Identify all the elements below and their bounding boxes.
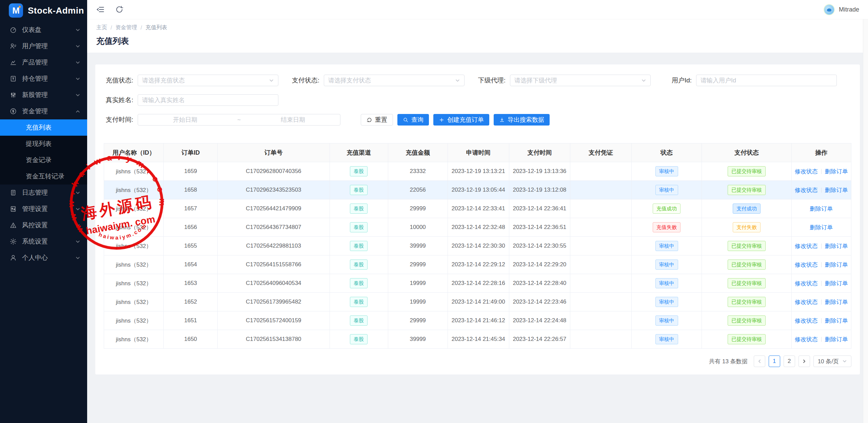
scrollbar[interactable] <box>863 19 868 423</box>
table-row: jishns（532）1651C1702561572400159 泰股 2999… <box>104 311 851 330</box>
sidebar-item-profile[interactable]: 个人中心 <box>0 250 87 266</box>
sidebar-item-logs[interactable]: 日志管理 <box>0 185 87 201</box>
chevron-left-icon <box>757 359 762 364</box>
pay-status-badge: 已提交待审核 <box>728 297 766 307</box>
reset-button[interactable]: 重置 <box>361 114 393 126</box>
chevron-down-icon <box>75 93 80 98</box>
person-icon <box>9 254 17 262</box>
breadcrumb-funds[interactable]: 资金管理 <box>115 24 137 31</box>
table-row: jishns（532）1655C1702564229881103 泰股 3999… <box>104 237 851 255</box>
channel-badge: 泰股 <box>350 166 368 176</box>
delete-order-link[interactable]: 删除订单 <box>825 299 848 305</box>
delete-order-link[interactable]: 删除订单 <box>825 336 848 343</box>
admin-settings-icon <box>9 205 17 213</box>
search-button[interactable]: 查询 <box>397 114 429 126</box>
pay-time-range-picker[interactable]: 开始日期 ~ 结束日期 <box>138 114 340 126</box>
filter-label: 支付状态: <box>290 76 324 85</box>
delete-order-link[interactable]: 删除订单 <box>825 243 848 249</box>
modify-status-link[interactable]: 修改状态 <box>795 262 818 268</box>
channel-badge: 泰股 <box>350 222 368 232</box>
filter-pay-status: 支付状态: 请选择支付状态 <box>290 75 476 86</box>
reset-icon <box>367 117 372 123</box>
breadcrumb-separator: / <box>140 25 142 31</box>
filter-label: 下级代理: <box>476 76 510 85</box>
logs-icon <box>9 189 17 196</box>
delete-order-link[interactable]: 删除订单 <box>825 262 848 268</box>
delete-order-link[interactable]: 删除订单 <box>825 168 848 175</box>
modify-status-link[interactable]: 修改状态 <box>795 243 818 249</box>
export-button[interactable]: 导出搜索数据 <box>494 114 550 126</box>
sidebar-item-admin-settings[interactable]: 管理设置 <box>0 201 87 217</box>
modify-status-link[interactable]: 修改状态 <box>795 318 818 324</box>
delete-order-link[interactable]: 删除订单 <box>810 206 833 212</box>
sidebar-item-withdraw-list[interactable]: 提现列表 <box>0 136 87 152</box>
app-title: Stock-Admin <box>28 5 84 16</box>
user-id-input[interactable] <box>696 75 837 86</box>
recharge-status-select[interactable]: 请选择充值状态 <box>138 75 278 86</box>
pagination-total: 共有 13 条数据 <box>709 358 747 365</box>
col-actions: 操作 <box>791 143 851 162</box>
delete-order-link[interactable]: 删除订单 <box>825 318 848 324</box>
page-button-2[interactable]: 2 <box>784 355 795 367</box>
sidebar-item-risk-settings[interactable]: 风控设置 <box>0 217 87 233</box>
filter-label: 用户Id: <box>662 76 696 85</box>
modify-status-link[interactable]: 修改状态 <box>795 187 818 193</box>
channel-badge: 泰股 <box>350 185 368 195</box>
modify-status-link[interactable]: 修改状态 <box>795 336 818 343</box>
page-button-1[interactable]: 1 <box>769 355 780 367</box>
recharge-card: 充值状态: 请选择充值状态 支付状态: 请选择支付状态 <box>95 64 860 374</box>
delete-order-link[interactable]: 删除订单 <box>825 187 848 193</box>
users-icon <box>9 42 17 50</box>
modify-status-link[interactable]: 修改状态 <box>795 168 818 175</box>
sidebar-item-transfer-records[interactable]: 资金互转记录 <box>0 168 87 185</box>
modify-status-link[interactable]: 修改状态 <box>795 299 818 305</box>
main-area: Mitrade 主页 / 资金管理 / 充值列表 充值列表 充值状态: <box>87 0 868 423</box>
page-size-select[interactable]: 10 条/页 <box>813 355 851 367</box>
recharge-table: 用户名称（ID） 订单ID 订单号 充值渠道 充值金额 申请时间 支付时间 支付… <box>104 143 851 349</box>
modify-status-link[interactable]: 修改状态 <box>795 280 818 287</box>
channel-badge: 泰股 <box>350 334 368 344</box>
prev-page-button[interactable] <box>754 355 765 367</box>
chevron-down-icon <box>455 78 460 83</box>
channel-badge: 泰股 <box>350 297 368 307</box>
col-amount: 充值金额 <box>388 143 448 162</box>
next-page-button[interactable] <box>798 355 810 367</box>
table-row: jishns（532）1653C1702564096040534 泰股 1999… <box>104 274 851 293</box>
refresh-icon[interactable] <box>115 5 124 14</box>
menu-fold-icon[interactable] <box>96 5 105 14</box>
pay-status-badge: 已提交待审核 <box>728 315 766 326</box>
logo-dot <box>19 6 21 8</box>
user-menu[interactable]: Mitrade <box>824 4 859 15</box>
real-name-input[interactable] <box>138 94 278 106</box>
sidebar-item-dashboard[interactable]: 仪表盘 <box>0 22 87 38</box>
sidebar-item-funds[interactable]: 资金管理 <box>0 103 87 119</box>
sidebar-item-users[interactable]: 用户管理 <box>0 38 87 54</box>
status-badge: 审核中 <box>655 166 678 176</box>
sidebar-item-positions[interactable]: 持仓管理 <box>0 71 87 87</box>
toolbar: 重置 查询 创建充值订单 导出搜索数据 <box>361 114 550 126</box>
funds-submenu: 充值列表 提现列表 资金记录 资金互转记录 <box>0 119 87 185</box>
delete-order-link[interactable]: 删除订单 <box>825 280 848 287</box>
table-row: jishns（532）1659C1702962800740356 泰股 2333… <box>104 162 851 181</box>
col-pay-time: 支付时间 <box>509 143 570 162</box>
gear-icon <box>9 238 17 245</box>
products-icon <box>9 59 17 66</box>
pay-status-select[interactable]: 请选择支付状态 <box>324 75 465 86</box>
sidebar-item-system-settings[interactable]: 系统设置 <box>0 233 87 250</box>
app-logo: M Stock-Admin <box>0 0 87 21</box>
agent-select[interactable]: 请选择下级代理 <box>510 75 651 86</box>
breadcrumb-home[interactable]: 主页 <box>96 24 107 31</box>
content: 充值状态: 请选择充值状态 支付状态: 请选择支付状态 <box>87 53 868 423</box>
table-row: jishns（532）1657C1702564421479909 泰股 2999… <box>104 199 851 218</box>
sidebar-item-ipo[interactable]: 新股管理 <box>0 87 87 103</box>
sidebar-item-fund-records[interactable]: 资金记录 <box>0 152 87 168</box>
delete-order-link[interactable]: 删除订单 <box>810 224 833 231</box>
chevron-down-icon <box>842 359 847 364</box>
filter-real-name: 真实姓名: <box>104 94 290 106</box>
sidebar-item-products[interactable]: 产品管理 <box>0 54 87 71</box>
create-recharge-order-button[interactable]: 创建充值订单 <box>433 114 489 126</box>
status-badge: 充值成功 <box>653 204 680 214</box>
sidebar-item-recharge-list[interactable]: 充值列表 <box>0 119 87 136</box>
filter-recharge-status: 充值状态: 请选择充值状态 <box>104 75 290 86</box>
channel-badge: 泰股 <box>350 241 368 251</box>
